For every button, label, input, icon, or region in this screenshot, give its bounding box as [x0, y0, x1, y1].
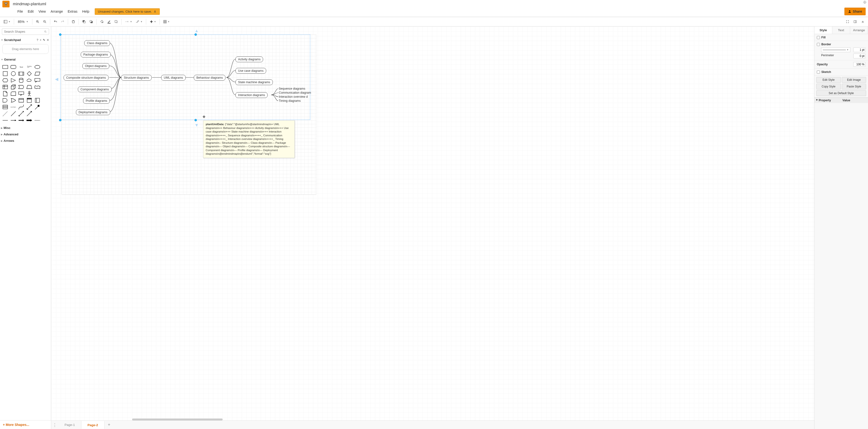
- menu-help[interactable]: Help: [80, 8, 91, 14]
- add-icon[interactable]: +: [40, 38, 41, 42]
- node-composite[interactable]: Composite structure diagrams: [64, 75, 108, 81]
- tab-page-1[interactable]: Page-1: [58, 421, 82, 429]
- shape-ellipse[interactable]: [34, 64, 41, 70]
- shape-cloud[interactable]: [26, 78, 33, 83]
- menu-file[interactable]: File: [15, 8, 25, 14]
- tab-arrange[interactable]: Arrange: [850, 26, 868, 34]
- shape-blank4[interactable]: [42, 84, 49, 90]
- border-width-input[interactable]: [853, 48, 866, 52]
- shape-square[interactable]: [2, 71, 8, 77]
- shape-callout[interactable]: [34, 78, 41, 83]
- pages-menu-button[interactable]: ⋮: [51, 422, 58, 428]
- shape-blank3[interactable]: [42, 78, 49, 83]
- line-color-button[interactable]: [106, 18, 112, 25]
- shape-triangle[interactable]: [10, 78, 17, 83]
- shape-internal[interactable]: [2, 84, 8, 90]
- canvas[interactable]: ▲ ◀ ▼: [51, 26, 814, 421]
- edit-image-button[interactable]: Edit Image: [842, 77, 866, 83]
- node-activity[interactable]: Activity diagrams: [236, 56, 263, 62]
- shape-or[interactable]: [10, 97, 17, 103]
- shape-blank9[interactable]: [34, 111, 41, 117]
- zoom-level[interactable]: 85%▼: [16, 20, 30, 24]
- node-communication[interactable]: Communication diagram: [279, 91, 311, 94]
- shape-hexagon[interactable]: [2, 78, 8, 83]
- shape-note[interactable]: [2, 91, 8, 96]
- menu-extras[interactable]: Extras: [65, 8, 80, 14]
- general-section[interactable]: ▼General: [0, 56, 51, 63]
- share-button[interactable]: Share: [844, 8, 866, 15]
- default-style-button[interactable]: Set as Default Style: [816, 90, 866, 96]
- node-sequence[interactable]: Sequence diagrams: [279, 87, 305, 90]
- shape-link4[interactable]: [26, 117, 33, 123]
- shape-diamond[interactable]: [26, 71, 33, 77]
- node-behaviour[interactable]: Behaviour diagrams: [194, 75, 225, 81]
- node-package[interactable]: Package diagrams: [81, 52, 111, 57]
- view-mode-button[interactable]: ▼: [2, 18, 12, 25]
- fill-color-button[interactable]: [99, 18, 105, 25]
- menu-view[interactable]: View: [36, 8, 48, 14]
- fill-checkbox[interactable]: Fill: [817, 36, 826, 39]
- more-shapes-button[interactable]: + More Shapes...: [0, 420, 51, 429]
- copy-style-button[interactable]: Copy Style: [816, 84, 841, 89]
- shape-blank2[interactable]: [42, 71, 49, 77]
- shape-arrow-thick[interactable]: [34, 104, 41, 110]
- shape-tape[interactable]: [34, 84, 41, 90]
- to-front-button[interactable]: [81, 18, 87, 25]
- node-usecase[interactable]: Use case diagrams: [236, 68, 266, 74]
- tab-text[interactable]: Text: [832, 26, 850, 34]
- horizontal-scrollbar[interactable]: [132, 419, 223, 421]
- menu-edit[interactable]: Edit: [26, 8, 36, 14]
- node-interaction[interactable]: Interaction diagrams: [236, 92, 268, 98]
- paste-style-button[interactable]: Paste Style: [842, 84, 866, 89]
- tab-page-2[interactable]: Page-2: [82, 421, 104, 429]
- table-button[interactable]: ▼: [162, 18, 171, 25]
- collapse-button[interactable]: [860, 18, 866, 25]
- shape-line[interactable]: [10, 111, 17, 117]
- shape-arrow[interactable]: [26, 111, 33, 117]
- shape-arrow-bi[interactable]: [26, 104, 33, 110]
- fullscreen-button[interactable]: [844, 18, 851, 25]
- redo-button[interactable]: [59, 18, 66, 25]
- shape-datastore[interactable]: [18, 97, 25, 103]
- scratchpad-dropzone[interactable]: Drag elements here: [2, 44, 49, 54]
- shape-rect[interactable]: [2, 64, 8, 70]
- shape-dash[interactable]: [2, 111, 8, 117]
- handle-nw[interactable]: [59, 33, 61, 36]
- close-icon[interactable]: ✕: [46, 38, 49, 42]
- shape-curve[interactable]: [18, 104, 25, 110]
- shape-blank6[interactable]: [42, 91, 49, 96]
- shape-blank[interactable]: [42, 64, 49, 70]
- zoom-in-button[interactable]: [34, 18, 41, 25]
- node-structure[interactable]: Structure diagrams: [121, 75, 152, 81]
- shape-text[interactable]: Text: [18, 64, 25, 70]
- property-table-header[interactable]: ▶ Property Value: [814, 97, 868, 103]
- shape-actor[interactable]: [26, 91, 33, 96]
- menu-arrange[interactable]: Arrange: [49, 8, 65, 14]
- border-checkbox[interactable]: Border: [817, 42, 866, 46]
- connection-button[interactable]: ▼: [124, 18, 133, 25]
- add-page-button[interactable]: +: [104, 421, 114, 429]
- waypoints-button[interactable]: ▼: [134, 18, 144, 25]
- node-uml[interactable]: UML diagrams: [161, 75, 186, 81]
- node-profile[interactable]: Profile diagrams: [83, 98, 110, 104]
- shadow-button[interactable]: [113, 18, 120, 25]
- edit-icon[interactable]: ✎: [43, 38, 45, 42]
- shape-cube[interactable]: [10, 84, 17, 90]
- shape-blank7[interactable]: [42, 97, 49, 103]
- shape-listitem[interactable]: List Item: [10, 104, 17, 110]
- shape-blank8[interactable]: [42, 104, 49, 110]
- node-object[interactable]: Object diagrams: [82, 63, 109, 69]
- document-title[interactable]: mindmap-plantuml: [13, 2, 46, 6]
- node-overview[interactable]: Interaction overview d: [279, 95, 308, 98]
- format-panel-button[interactable]: [852, 18, 859, 25]
- unsaved-changes-button[interactable]: Unsaved changes. Click here to save.: [95, 8, 160, 15]
- node-class[interactable]: Class diagrams: [84, 40, 110, 46]
- misc-section[interactable]: ▶Misc: [0, 125, 51, 131]
- sketch-checkbox[interactable]: Sketch: [817, 70, 831, 74]
- perimeter-input[interactable]: [853, 54, 866, 58]
- shape-blank11[interactable]: [42, 117, 49, 123]
- help-icon[interactable]: ?: [37, 38, 38, 42]
- edit-style-button[interactable]: Edit Style: [816, 77, 841, 83]
- scratchpad-header[interactable]: ▼Scratchpad ? + ✎ ✕: [0, 37, 51, 43]
- resize-arrow-up[interactable]: ▲: [194, 28, 199, 33]
